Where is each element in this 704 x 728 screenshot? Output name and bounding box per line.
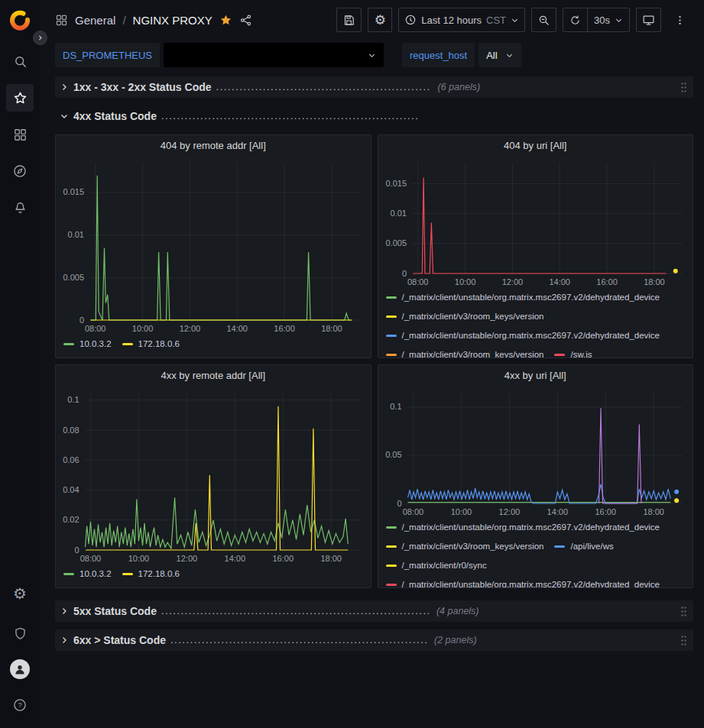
- sidebar-item-server-admin[interactable]: [6, 620, 34, 647]
- row-dotted-leader: ........................................…: [170, 634, 427, 647]
- row-drag-handle[interactable]: [680, 635, 687, 646]
- row-drag-handle[interactable]: [680, 82, 687, 93]
- svg-text:08:00: 08:00: [80, 554, 102, 563]
- row-panel-count: (6 panels): [438, 82, 481, 92]
- panel-4xx-by-uri: 4xx by uri [All] 00.050.108:0010:0012:00…: [378, 364, 694, 588]
- svg-text:0.015: 0.015: [63, 187, 84, 196]
- legend-item[interactable]: /_matrix/client/unstable/org.matrix.msc2…: [386, 579, 660, 587]
- row-title: 5xx Status Code: [73, 605, 157, 617]
- row-title: 6xx > Status Code: [73, 634, 166, 646]
- row-header-6xx[interactable]: 6xx > Status Code ......................…: [55, 629, 693, 651]
- legend-series-marker: [386, 296, 397, 299]
- legend-series-label: 10.0.3.2: [79, 568, 112, 580]
- breadcrumb-folder[interactable]: General: [75, 14, 115, 27]
- panel-title[interactable]: 404 by remote addr [All]: [56, 135, 371, 155]
- sidebar-nav: [6, 47, 34, 222]
- row-header-4xx[interactable]: 4xx Status Code ........................…: [55, 105, 693, 127]
- legend-series-label: /_matrix/client/v3/room_keys/version: [402, 541, 544, 552]
- sidebar-expand-button[interactable]: [33, 31, 47, 45]
- timeseries-chart[interactable]: 00.020.040.060.080.108:0010:0012:0014:00…: [56, 385, 371, 567]
- legend-item[interactable]: 172.18.0.6: [122, 568, 180, 580]
- save-dashboard-button[interactable]: [336, 8, 362, 32]
- toolbar: ⚙ Last 12 hours CST 30s: [336, 8, 692, 32]
- panel-title[interactable]: 4xx by uri [All]: [378, 365, 693, 385]
- svg-text:14:00: 14:00: [226, 324, 248, 333]
- legend-item[interactable]: /_matrix/client/v3/room_keys/version: [386, 541, 544, 552]
- panel-legend: /_matrix/client/unstable/org.matrix.msc2…: [378, 520, 693, 587]
- zoom-out-icon: [537, 14, 550, 27]
- sidebar-item-search[interactable]: [6, 47, 34, 75]
- grafana-logo[interactable]: [7, 8, 33, 34]
- legend-item[interactable]: /sw.js: [554, 349, 592, 358]
- user-avatar[interactable]: [10, 659, 30, 679]
- svg-text:12:00: 12:00: [498, 507, 520, 516]
- legend-series-marker: [386, 354, 397, 356]
- panel-title[interactable]: 404 by uri [All]: [378, 135, 693, 155]
- legend-item[interactable]: 10.0.3.2: [63, 338, 112, 350]
- sidebar-item-explore[interactable]: [6, 157, 34, 185]
- datasource-select[interactable]: [164, 43, 384, 67]
- legend-series-label: 172.18.0.6: [138, 568, 180, 580]
- svg-text:0.005: 0.005: [385, 238, 407, 248]
- panel-grid: 404 by remote addr [All] 00.0050.010.015…: [55, 134, 693, 588]
- row-dotted-leader: ........................................…: [216, 81, 430, 94]
- svg-text:0: 0: [79, 315, 84, 325]
- legend-series-marker: [386, 565, 397, 567]
- refresh-button[interactable]: [563, 8, 587, 31]
- legend-item[interactable]: 172.18.0.6: [122, 338, 180, 350]
- timeseries-chart[interactable]: 00.050.108:0010:0012:0014:0016:0018:00: [378, 385, 693, 520]
- legend-item[interactable]: /api/live/ws: [554, 541, 613, 552]
- chevron-right-icon: [60, 607, 69, 616]
- legend-series-label: /_matrix/client/r0/sync: [402, 560, 487, 571]
- sidebar-item-dashboards[interactable]: [6, 121, 34, 148]
- svg-text:08:00: 08:00: [402, 507, 423, 516]
- person-icon: [13, 662, 27, 676]
- dashboard-title[interactable]: NGINX PROXY: [133, 14, 212, 27]
- legend-item[interactable]: /_matrix/client/r0/sync: [386, 560, 487, 571]
- sidebar-item-help[interactable]: ?: [6, 691, 34, 719]
- legend-item[interactable]: /_matrix/client/unstable/org.matrix.msc2…: [386, 330, 660, 341]
- svg-text:0.04: 0.04: [63, 485, 79, 494]
- row-header-5xx[interactable]: 5xx Status Code ........................…: [55, 600, 693, 622]
- svg-text:0.1: 0.1: [67, 395, 79, 404]
- dashboard-settings-button[interactable]: ⚙: [368, 8, 392, 32]
- panel-title[interactable]: 4xx by remote addr [All]: [56, 365, 371, 385]
- zoom-out-button[interactable]: [531, 8, 556, 32]
- sidebar-item-alerting[interactable]: [6, 194, 34, 222]
- svg-text:0.08: 0.08: [63, 425, 79, 435]
- breadcrumb-separator: /: [122, 14, 125, 27]
- shield-icon: [13, 626, 28, 641]
- timeseries-chart[interactable]: 00.0050.010.01508:0010:0012:0014:0016:00…: [378, 155, 693, 290]
- svg-text:0.005: 0.005: [63, 273, 84, 282]
- svg-text:10:00: 10:00: [450, 507, 472, 516]
- legend-item[interactable]: /_matrix/client/v3/room_keys/version: [386, 349, 544, 358]
- sidebar-item-starred[interactable]: [6, 84, 34, 112]
- kebab-menu-icon: [674, 14, 686, 27]
- share-button[interactable]: [239, 14, 252, 27]
- timezone-label: CST: [486, 15, 506, 26]
- chevron-down-icon: [368, 51, 376, 60]
- legend-item[interactable]: 10.0.3.2: [63, 568, 112, 580]
- legend-item[interactable]: /_matrix/client/unstable/org.matrix.msc2…: [386, 522, 660, 533]
- legend-item[interactable]: /_matrix/client/unstable/org.matrix.msc2…: [386, 292, 660, 303]
- refresh-icon: [569, 15, 581, 26]
- time-range-picker[interactable]: Last 12 hours CST: [398, 8, 525, 32]
- legend-item[interactable]: /_matrix/client/v3/room_keys/version: [386, 311, 544, 322]
- datasource-variable-label: DS_PROMETHEUS: [55, 43, 160, 67]
- timeseries-chart[interactable]: 00.0050.010.01508:0010:0012:0014:0016:00…: [56, 155, 371, 337]
- legend-series-label: /_matrix/client/unstable/org.matrix.msc2…: [402, 522, 660, 533]
- svg-text:12:00: 12:00: [180, 324, 201, 333]
- favorite-star-button[interactable]: [219, 14, 232, 27]
- refresh-interval-select[interactable]: 30s: [587, 8, 629, 31]
- row-drag-handle[interactable]: [680, 606, 687, 617]
- request-host-select[interactable]: All: [479, 43, 521, 67]
- more-options-button[interactable]: [667, 8, 692, 32]
- time-range-label: Last 12 hours: [421, 15, 482, 26]
- legend-series-marker: [386, 545, 397, 548]
- sidebar-item-configuration[interactable]: ⚙: [6, 580, 34, 607]
- search-icon: [13, 54, 28, 69]
- tv-mode-button[interactable]: [636, 8, 661, 32]
- row-header-1xx-3xx-2xx[interactable]: 1xx - 3xx - 2xx Status Code ............…: [55, 76, 693, 98]
- legend-series-label: /sw.js: [570, 349, 592, 358]
- compass-icon: [12, 163, 28, 179]
